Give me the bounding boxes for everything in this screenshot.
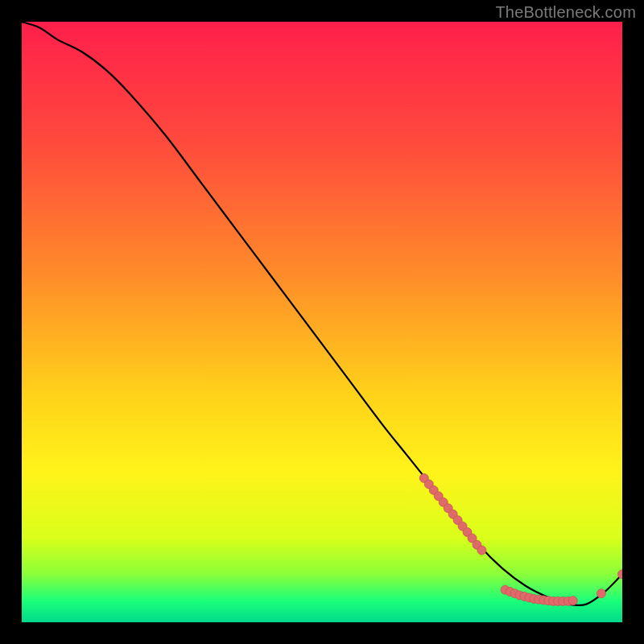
scatter-markers — [419, 473, 622, 605]
data-point — [597, 589, 605, 598]
plot-overlay — [22, 22, 622, 622]
root: TheBottleneck.com — [0, 0, 644, 644]
data-point — [568, 597, 577, 605]
data-point — [477, 546, 486, 555]
curve-line — [22, 22, 622, 605]
watermark-text: TheBottleneck.com — [495, 3, 636, 22]
plot-area — [22, 22, 622, 622]
